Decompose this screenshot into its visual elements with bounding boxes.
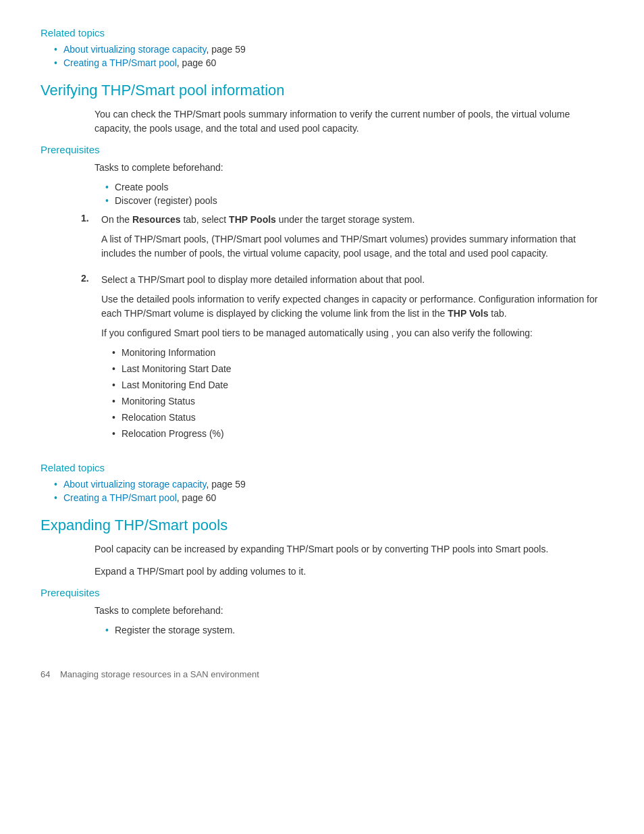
related-topic-suffix-2-1: , page 59: [206, 479, 245, 490]
step-1-text-after: under the target storage system.: [276, 214, 414, 225]
prerequisites-heading-2: Prerequisites: [41, 587, 603, 598]
resources-bold: Resources: [132, 214, 181, 225]
simple-bullets-1: Create pools Discover (register) pools: [41, 182, 603, 206]
prerequisites-block-2: Prerequisites Tasks to complete beforeha…: [41, 587, 603, 635]
related-topics-list-1: About virtualizing storage capacity, pag…: [41, 44, 603, 68]
bullet-register-storage: Register the storage system.: [105, 625, 603, 635]
section-verifying: Verifying THP/Smart pool information You…: [41, 82, 603, 443]
tasks-label-2: Tasks to complete beforehand:: [41, 604, 603, 618]
step-1-content: On the Resources tab, select THP Pools u…: [101, 213, 603, 266]
related-topics-heading-2: Related topics: [41, 462, 603, 473]
bullet-create-pools: Create pools: [105, 182, 603, 192]
step-1: 1. On the Resources tab, select THP Pool…: [81, 213, 603, 266]
prerequisites-heading-1: Prerequisites: [41, 144, 603, 155]
related-topics-list-2: About virtualizing storage capacity, pag…: [41, 479, 603, 503]
bullet-monitoring-status: Monitoring Status: [112, 394, 603, 409]
bullet-last-monitoring-start: Last Monitoring Start Date: [112, 362, 603, 376]
step-2-main: Select a THP/Smart pool to display more …: [101, 274, 425, 285]
thp-vols-bold: THP Vols: [448, 308, 488, 319]
bullet-monitoring-info: Monitoring Information: [112, 346, 603, 360]
bullet-last-monitoring-end: Last Monitoring End Date: [112, 378, 603, 392]
about-virtualizing-link-1[interactable]: About virtualizing storage capacity: [63, 44, 206, 55]
section-verifying-intro: You can check the THP/Smart pools summar…: [41, 107, 603, 136]
simple-bullets-2: Register the storage system.: [41, 625, 603, 635]
footer-page-num: 64: [41, 669, 50, 679]
related-topic-suffix-1-1: , page 59: [206, 44, 245, 55]
related-topic-item-1-1: About virtualizing storage capacity, pag…: [54, 44, 603, 55]
related-topic-item-1-2: Creating a THP/Smart pool, page 60: [54, 57, 603, 68]
creating-thp-link-2[interactable]: Creating a THP/Smart pool: [63, 492, 177, 503]
related-topic-suffix-2-2: , page 60: [177, 492, 216, 503]
step-2-num: 2.: [81, 273, 101, 443]
creating-thp-link-1[interactable]: Creating a THP/Smart pool: [63, 57, 177, 68]
bullet-relocation-progress: Relocation Progress (%): [112, 427, 603, 441]
related-topics-block-2: Related topics About virtualizing storag…: [41, 462, 603, 503]
related-topics-heading-1: Related topics: [41, 27, 603, 38]
page-footer: 64 Managing storage resources in a SAN e…: [41, 662, 603, 679]
prerequisites-block-1: Prerequisites Tasks to complete beforeha…: [41, 144, 603, 443]
section-verifying-heading: Verifying THP/Smart pool information: [41, 82, 603, 99]
section-expanding-intro1: Pool capacity can be increased by expand…: [41, 542, 603, 556]
tasks-label-1: Tasks to complete beforehand:: [41, 161, 603, 175]
step-1-text-mid: tab, select: [181, 214, 230, 225]
section-expanding: Expanding THP/Smart pools Pool capacity …: [41, 517, 603, 635]
section-expanding-intro2: Expand a THP/Smart pool by adding volume…: [41, 565, 603, 579]
step-1-text-before: On the: [101, 214, 132, 225]
about-virtualizing-link-2[interactable]: About virtualizing storage capacity: [63, 479, 206, 490]
step-2-sub1: Use the detailed pools information to ve…: [101, 292, 603, 321]
bullet-relocation-status: Relocation Status: [112, 411, 603, 425]
step-1-sub: A list of THP/Smart pools, (THP/Smart po…: [101, 232, 603, 261]
step-2-content: Select a THP/Smart pool to display more …: [101, 273, 603, 443]
step-2-sub2: If you configured Smart pool tiers to be…: [101, 326, 603, 340]
related-topic-item-2-2: Creating a THP/Smart pool, page 60: [54, 492, 603, 503]
bullet-discover-pools: Discover (register) pools: [105, 195, 603, 206]
footer-text: Managing storage resources in a SAN envi…: [60, 669, 259, 679]
numbered-steps-1: 1. On the Resources tab, select THP Pool…: [41, 213, 603, 443]
related-topic-suffix-1-2: , page 60: [177, 57, 216, 68]
thp-pools-bold: THP Pools: [229, 214, 276, 225]
step-2: 2. Select a THP/Smart pool to display mo…: [81, 273, 603, 443]
monitoring-bullets: Monitoring Information Last Monitoring S…: [101, 346, 603, 441]
section-expanding-heading: Expanding THP/Smart pools: [41, 517, 603, 534]
step-1-num: 1.: [81, 213, 101, 266]
related-topics-block-1: Related topics About virtualizing storag…: [41, 27, 603, 68]
related-topic-item-2-1: About virtualizing storage capacity, pag…: [54, 479, 603, 490]
